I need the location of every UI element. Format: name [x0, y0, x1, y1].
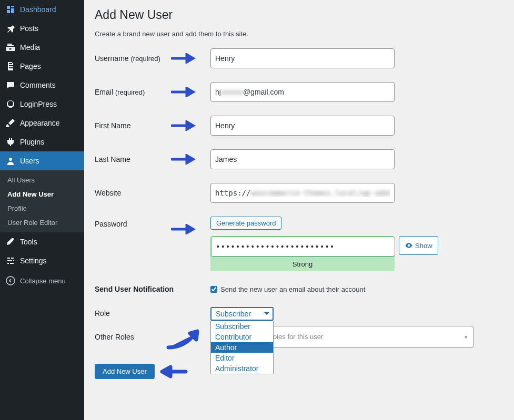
sidebar-item-dashboard[interactable]: Dashboard — [0, 0, 84, 19]
website-input[interactable] — [210, 183, 395, 203]
sidebar-item-label: Media — [20, 43, 40, 52]
arrow-icon — [171, 224, 197, 234]
field-password: Password Generate password Strong Show — [95, 217, 503, 271]
svg-point-0 — [9, 158, 12, 161]
website-label: Website — [95, 189, 210, 197]
page-intro: Create a brand new user and add them to … — [95, 30, 503, 38]
sidebar-item-label: LoginPress — [20, 100, 57, 108]
sidebar-item-label: Tools — [20, 238, 37, 246]
role-option-editor[interactable]: Editor — [211, 353, 273, 363]
dashboard-icon — [5, 4, 16, 15]
role-dropdown: Subscriber Contributor Author Editor Adm… — [210, 321, 274, 374]
user-icon — [5, 156, 16, 166]
arrow-icon — [157, 365, 188, 378]
sidebar-item-label: Posts — [20, 24, 38, 33]
arrow-icon — [171, 154, 197, 165]
sidebar-item-label: Comments — [20, 81, 56, 89]
wrench-icon — [5, 237, 16, 247]
role-label: Role — [95, 307, 210, 317]
sidebar-item-label: Appearance — [20, 119, 60, 127]
last-name-input[interactable] — [210, 149, 395, 169]
sidebar-submenu-users: All Users Add New User Profile User Role… — [0, 170, 84, 232]
collapse-icon — [5, 275, 16, 286]
email-input[interactable] — [210, 82, 395, 102]
comment-icon — [5, 80, 16, 90]
password-input[interactable] — [211, 237, 395, 257]
field-first-name: First Name — [95, 116, 503, 136]
pin-icon — [5, 23, 16, 34]
field-role: Role Subscriber Subscriber Contributor A… — [95, 307, 503, 321]
arrow-icon — [171, 53, 197, 64]
brush-icon — [5, 118, 16, 128]
sidebar-item-label: Plugins — [20, 138, 44, 146]
add-new-user-button[interactable]: Add New User — [95, 364, 155, 379]
collapse-label: Collapse menu — [20, 277, 66, 285]
main-content: Add New User Create a brand new user and… — [84, 0, 514, 420]
role-option-contributor[interactable]: Contributor — [211, 332, 273, 342]
generate-password-button[interactable]: Generate password — [210, 217, 281, 230]
field-notify: Send User Notification Send the new user… — [95, 285, 503, 293]
settings-icon — [5, 255, 16, 266]
username-input[interactable] — [210, 48, 395, 68]
sidebar-item-label: Dashboard — [20, 5, 56, 14]
arrow-icon — [166, 329, 205, 350]
role-option-author[interactable]: Author — [211, 342, 273, 353]
admin-sidebar: Dashboard Posts Media Pages Comments Log… — [0, 0, 84, 420]
media-icon — [5, 42, 16, 53]
sidebar-item-media[interactable]: Media — [0, 38, 84, 57]
submenu-profile[interactable]: Profile — [0, 201, 84, 216]
field-website: Website https://woocommerce-themes.local… — [95, 183, 503, 203]
arrow-icon — [171, 120, 197, 131]
sidebar-item-loginpress[interactable]: LoginPress — [0, 95, 84, 114]
notify-text: Send the new user an email about their a… — [220, 285, 365, 293]
submenu-user-role-editor[interactable]: User Role Editor — [0, 216, 84, 230]
sidebar-item-pages[interactable]: Pages — [0, 57, 84, 76]
plugin-icon — [5, 137, 16, 147]
page-icon — [5, 61, 16, 71]
collapse-menu[interactable]: Collapse menu — [0, 270, 84, 291]
show-password-button[interactable]: Show — [399, 236, 438, 255]
notify-label: Send User Notification — [95, 285, 210, 293]
loginpress-icon — [5, 99, 16, 109]
first-name-input[interactable] — [210, 116, 395, 136]
sidebar-item-tools[interactable]: Tools — [0, 232, 84, 251]
sidebar-item-users[interactable]: Users — [0, 151, 84, 170]
sidebar-item-settings[interactable]: Settings — [0, 251, 84, 270]
sidebar-item-plugins[interactable]: Plugins — [0, 132, 84, 151]
notify-checkbox[interactable] — [210, 286, 217, 293]
sidebar-item-appearance[interactable]: Appearance — [0, 114, 84, 132]
sidebar-item-label: Settings — [20, 257, 47, 265]
submenu-add-new-user[interactable]: Add New User — [0, 187, 84, 201]
svg-point-1 — [6, 276, 15, 285]
password-strength: Strong — [210, 257, 395, 271]
arrow-icon — [171, 87, 197, 97]
page-title: Add New User — [95, 8, 503, 22]
sidebar-item-posts[interactable]: Posts — [0, 19, 84, 38]
role-option-subscriber[interactable]: Subscriber — [211, 321, 273, 332]
field-email: Email (required) hjxxxxxx@gmail.com — [95, 82, 503, 102]
sidebar-item-label: Users — [20, 157, 39, 165]
role-option-administrator[interactable]: Administrator — [211, 363, 273, 374]
sidebar-item-label: Pages — [20, 62, 41, 70]
role-select[interactable]: Subscriber — [210, 307, 274, 321]
field-username: Username (required) — [95, 48, 503, 68]
eye-icon — [405, 241, 413, 250]
submit-row: Add New User — [95, 364, 503, 379]
field-last-name: Last Name — [95, 149, 503, 169]
field-other-roles: Other Roles oles for this user — [95, 326, 503, 348]
sidebar-item-comments[interactable]: Comments — [0, 76, 84, 95]
submenu-all-users[interactable]: All Users — [0, 173, 84, 187]
